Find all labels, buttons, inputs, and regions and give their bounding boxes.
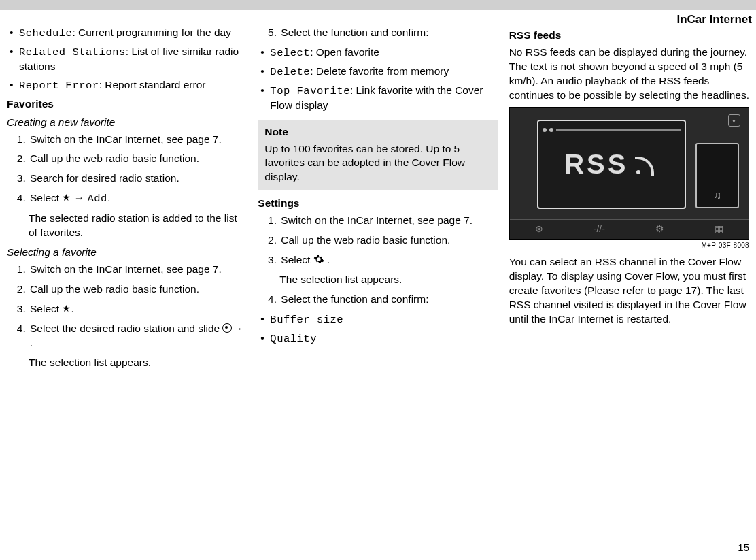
step-text: . (107, 192, 110, 203)
option-name: Buffer size (270, 314, 343, 326)
rss-icon (635, 152, 658, 176)
music-icon: ♫ (713, 188, 721, 203)
gear-icon (313, 254, 324, 265)
step-item: Select . (279, 253, 498, 267)
step-result: The selection list appears. (279, 273, 498, 287)
rss-text: RSS (564, 146, 628, 182)
list-item: Buffer size (258, 312, 498, 327)
favorite-actions-list: Select: Open favorite Delete: Delete fav… (258, 46, 498, 113)
add-option: Add (88, 193, 107, 205)
step-item: Call up the web radio basic function. (29, 152, 247, 166)
disconnect-icon: -//- (594, 223, 605, 235)
step-result: The selection list appears. (29, 356, 247, 370)
option-name: Report Error (19, 80, 99, 92)
list-item: Delete: Delete favorite from memory (258, 65, 498, 80)
option-desc: : Delete favorite from memory (310, 65, 449, 77)
content-columns: Schedule: Current programming for the da… (7, 24, 749, 376)
option-name: Related Stations (19, 46, 126, 59)
settings-heading: Settings (258, 197, 498, 211)
settings-steps: Switch on the InCar Internet, see page 7… (258, 214, 498, 267)
step-text: Select the desired radio station and sli… (30, 323, 222, 334)
step-item: Call up the web radio basic function. (279, 233, 498, 248)
figure-toolbar: ⊗ -//- ⚙ ▦ (510, 219, 749, 239)
step-result: The selected radio station is added to t… (29, 212, 247, 240)
window-header-icons (543, 125, 681, 135)
step-item: Select ★. (29, 302, 247, 316)
step-text: Select (30, 303, 62, 314)
step-text: Select (30, 192, 62, 203)
dot-icon (543, 128, 547, 132)
option-desc: : Current programming for the day (72, 27, 230, 38)
page-number: 15 (738, 541, 749, 555)
note-title: Note (264, 125, 491, 139)
rss-window: RSS (537, 120, 686, 209)
list-item: Schedule: Current programming for the da… (7, 26, 247, 41)
option-name: Top Favorite (270, 85, 350, 97)
step-item: Search for desired radio station. (29, 171, 247, 186)
rss-screenshot-figure: ⋆ RSS ♫ ⊗ -//- ⚙ ▦ (509, 107, 749, 240)
step-item: Switch on the InCar Internet, see page 7… (29, 263, 247, 277)
step-item: Select the desired radio station and sli… (29, 322, 247, 350)
close-icon: ⊗ (535, 223, 543, 235)
figure-reference: M+P-03F-8008 (509, 241, 749, 250)
list-icon: ▦ (715, 223, 723, 235)
list-item: Select: Open favorite (258, 46, 498, 61)
option-name: Quality (270, 333, 317, 345)
list-item: Related Stations: List of five similar r… (7, 45, 247, 74)
line-icon (556, 129, 681, 131)
controller-icon (222, 323, 232, 333)
step-item: Switch on the InCar Internet, see page 7… (279, 214, 498, 228)
arrow-right-icon: → (232, 324, 242, 333)
selecting-steps: Switch on the InCar Internet, see page 7… (7, 263, 247, 350)
step-text: . (71, 303, 73, 314)
option-name: Schedule (19, 27, 72, 39)
step-text: . (327, 254, 330, 265)
menu-options-list: Schedule: Current programming for the da… (7, 26, 247, 93)
list-item: Top Favorite: Link favorite with the Cov… (258, 84, 498, 113)
settings-steps-cont: Select the function and confirm: (258, 293, 498, 307)
step-item: Call up the web radio basic function. (29, 282, 247, 297)
list-item: Quality (258, 331, 498, 346)
step-item: Select ★ → Add. (29, 191, 247, 206)
note-body: Up to 100 favorites can be stored. Up to… (264, 142, 491, 185)
settings-options-list: Buffer size Quality (258, 312, 498, 346)
column-middle: Select the function and confirm: Select:… (258, 24, 498, 376)
arrow-icon: → (74, 192, 88, 203)
selecting-favorite-heading: Selecting a favorite (7, 246, 247, 260)
rss-paragraph-2: You can select an RSS channel in the Cov… (509, 255, 749, 327)
column-right: RSS feeds No RSS feeds can be displayed … (509, 24, 749, 376)
option-name: Select (270, 47, 310, 59)
top-gray-bar (0, 0, 756, 10)
coverflow-thumbnail: ♫ (695, 143, 739, 208)
note-box: Note Up to 100 favorites can be stored. … (258, 120, 498, 191)
creating-favorite-heading: Creating a new favorite (7, 116, 247, 130)
star-icon: ★ (62, 303, 71, 314)
rss-heading: RSS feeds (509, 29, 749, 43)
star-icon: ★ (62, 192, 71, 203)
step-item: Switch on the InCar Internet, see page 7… (29, 133, 247, 147)
bluetooth-icon: ⋆ (728, 114, 740, 127)
step-item: Select the function and confirm: (279, 26, 498, 40)
option-name: Delete (270, 66, 310, 78)
option-desc: : Open favorite (310, 46, 379, 58)
option-desc: : Report standard error (99, 79, 206, 90)
rss-logo: RSS (564, 146, 658, 182)
step-text: Select (281, 254, 313, 265)
step-item: Select the function and confirm: (279, 293, 498, 307)
dot-icon (549, 128, 553, 132)
favorites-heading: Favorites (7, 97, 247, 112)
column-left: Schedule: Current programming for the da… (7, 24, 247, 376)
list-item: Report Error: Report standard error (7, 78, 247, 93)
step-text: . (30, 337, 33, 348)
creating-steps: Switch on the InCar Internet, see page 7… (7, 133, 247, 207)
gear-icon: ⚙ (655, 223, 664, 235)
rss-paragraph-1: No RSS feeds can be displayed during the… (509, 46, 749, 103)
continued-steps: Select the function and confirm: (258, 26, 498, 40)
